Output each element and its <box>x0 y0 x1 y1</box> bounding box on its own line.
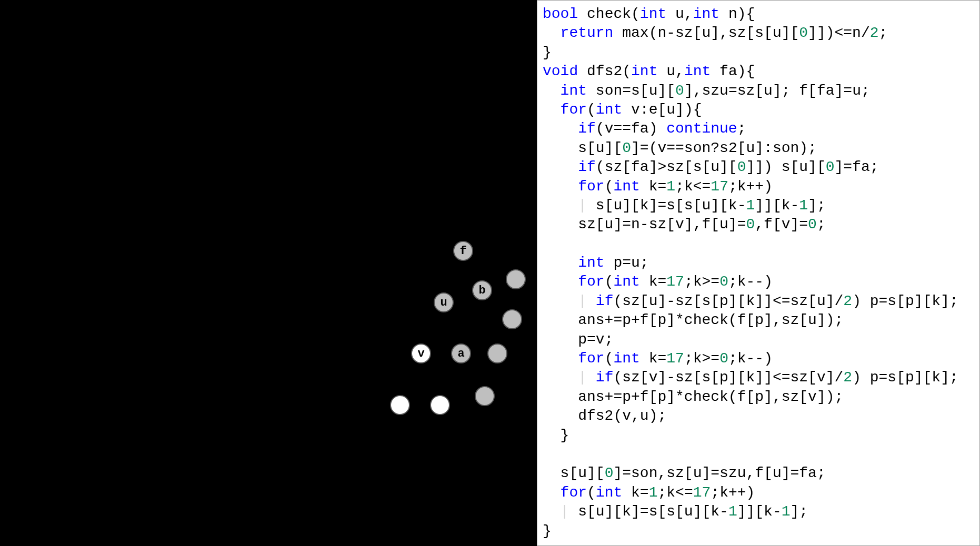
code-token: dfs2(v,u); <box>543 408 666 424</box>
code-token: 2 <box>843 293 852 309</box>
code-token <box>543 178 578 195</box>
code-token: 0 <box>826 159 835 175</box>
code-token: void <box>543 63 578 79</box>
code-token: k= <box>622 484 648 501</box>
code-token: ; <box>737 120 746 137</box>
code-token: ; <box>817 216 826 232</box>
code-token: return <box>561 25 614 41</box>
code-token: 0 <box>808 216 817 232</box>
code-token: ; <box>879 25 888 41</box>
code-token <box>543 350 578 367</box>
code-token: int <box>631 63 657 79</box>
code-token: | <box>578 369 596 386</box>
code-line: return max(n-sz[u],sz[s[u][0]])<=n/2; <box>543 24 974 43</box>
code-token: 17 <box>666 274 684 290</box>
code-token: ;k--) <box>728 350 773 367</box>
code-token: ans+=p+f[p]*check(f[p],sz[u]); <box>543 312 843 328</box>
tree-node-n3 <box>487 343 507 363</box>
tree-node-v: v <box>411 343 431 363</box>
code-token: int <box>684 63 711 79</box>
tree-node-a: a <box>451 343 471 363</box>
code-token <box>543 255 578 271</box>
code-line: } <box>543 522 974 541</box>
tree-node-u: u <box>434 292 454 312</box>
node-label: f <box>459 245 466 258</box>
code-token: 1 <box>799 197 808 214</box>
code-line: } <box>543 43 974 62</box>
code-token: ]][k- <box>737 503 782 520</box>
code-token: check( <box>578 6 640 22</box>
code-line: | if(sz[v]-sz[s[p][k]]<=sz[v]/2) p=s[p][… <box>543 368 974 387</box>
code-token <box>543 274 578 290</box>
code-token: u, <box>657 63 684 79</box>
code-token: son=s[u][ <box>587 83 675 99</box>
tree-node-n4 <box>390 395 410 415</box>
code-token: 0 <box>719 350 728 367</box>
code-token: dfs2( <box>578 63 631 79</box>
code-token: ]]) s[u][ <box>746 159 825 175</box>
code-token: int <box>596 484 622 501</box>
code-line: int son=s[u][0],szu=sz[u]; f[fa]=u; <box>543 82 974 100</box>
code-line: void dfs2(int u,int fa){ <box>543 62 974 81</box>
code-token: ]=son,sz[u]=szu,f[u]=fa; <box>613 465 825 481</box>
code-line: for(int v:e[u]){ <box>543 100 974 119</box>
code-line: s[u][0]=son,sz[u]=szu,f[u]=fa; <box>543 464 974 483</box>
tree-node-n1 <box>506 269 526 289</box>
code-token: 2 <box>870 25 879 41</box>
code-line: int p=u; <box>543 254 974 272</box>
code-line: ans+=p+f[p]*check(f[p],sz[v]); <box>543 388 974 407</box>
code-token: ans+=p+f[p]*check(f[p],sz[v]); <box>543 389 843 405</box>
node-label: v <box>417 347 424 360</box>
code-token: ;k>= <box>684 350 719 367</box>
code-token: 0 <box>605 465 614 481</box>
code-token: 0 <box>675 83 684 99</box>
code-token <box>543 293 578 309</box>
code-token <box>543 102 561 118</box>
code-token: ;k>= <box>684 274 719 290</box>
code-token: (sz[v]-sz[s[p][k]]<=sz[v]/ <box>613 369 843 386</box>
code-token <box>543 83 561 99</box>
code-token: ) p=s[p][k]; <box>852 293 958 309</box>
code-token: fa){ <box>711 63 755 79</box>
code-token: ;k--) <box>728 274 773 290</box>
code-token: ],szu=sz[u]; f[fa]=u; <box>684 83 870 99</box>
root: fbuva bool check(int u,int n){ return ma… <box>0 0 980 546</box>
code-token: 17 <box>666 350 684 367</box>
code-token <box>543 120 578 137</box>
code-token: ;k++) <box>728 178 773 195</box>
code-token: for <box>561 484 587 501</box>
tree-node-n6 <box>475 386 495 406</box>
code-token: ]])<=n/ <box>808 25 870 41</box>
code-line: sz[u]=n-sz[v],f[u]=0,f[v]=0; <box>543 215 974 234</box>
code-token: k= <box>640 178 666 195</box>
code-token: n){ <box>719 6 755 22</box>
code-token: int <box>640 6 666 22</box>
code-line: for(int k=1;k<=17;k++) <box>543 177 974 196</box>
code-token: 17 <box>711 178 728 195</box>
code-line: for(int k=1;k<=17;k++) <box>543 483 974 502</box>
code-token: max(n-sz[u],sz[s[u][ <box>613 25 799 41</box>
code-token: s[u][k]=s[s[u][k- <box>578 503 728 520</box>
code-token: (v==fa) <box>596 120 666 137</box>
code-line: | if(sz[u]-sz[s[p][k]]<=sz[u]/2) p=s[p][… <box>543 292 974 311</box>
code-token: (sz[fa]>sz[s[u][ <box>596 159 737 175</box>
code-token: } <box>543 523 552 539</box>
code-token: bool <box>543 6 578 22</box>
code-token: | <box>561 503 578 520</box>
code-token: int <box>693 6 719 22</box>
code-line: p=v; <box>543 330 974 349</box>
code-line <box>543 445 974 464</box>
code-line: for(int k=17;k>=0;k--) <box>543 349 974 368</box>
code-token: | <box>578 293 596 309</box>
code-token: p=u; <box>605 255 649 271</box>
code-token: for <box>578 274 604 290</box>
code-token: int <box>613 178 639 195</box>
code-token: 1 <box>782 503 791 520</box>
code-token: if <box>578 159 596 175</box>
code-token: int <box>596 102 622 118</box>
diagram-panel: fbuva <box>0 0 537 546</box>
code-line: if(v==fa) continue; <box>543 119 974 138</box>
code-token: ;k<= <box>658 484 693 501</box>
code-panel: bool check(int u,int n){ return max(n-sz… <box>537 0 980 546</box>
code-token: } <box>543 427 569 443</box>
